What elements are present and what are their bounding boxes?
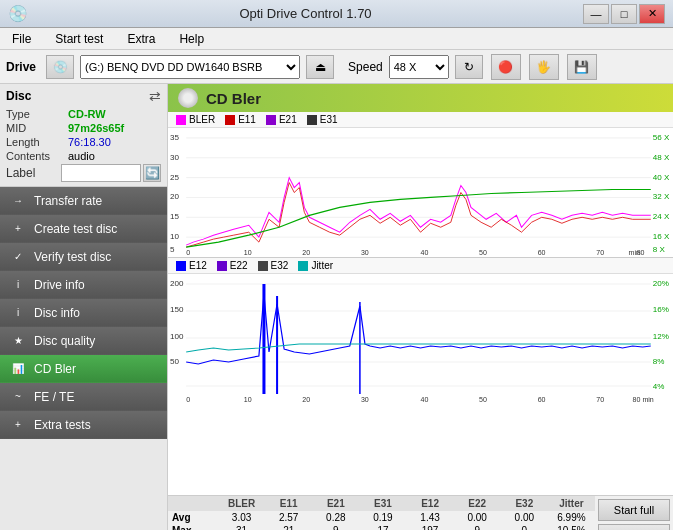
legend-e11: E11	[225, 114, 256, 125]
sidebar-item-disc-info[interactable]: i Disc info	[0, 299, 167, 327]
svg-text:10: 10	[244, 396, 252, 403]
svg-text:20%: 20%	[653, 279, 669, 288]
svg-text:60: 60	[538, 249, 546, 256]
fe-te-icon: ~	[10, 389, 26, 405]
stats-avg-bler: 3.03	[218, 512, 265, 523]
settings-button1[interactable]: 🔴	[491, 54, 521, 80]
start-full-button[interactable]: Start full	[598, 499, 670, 521]
e11-label: E11	[238, 114, 256, 125]
drive-select[interactable]: (G:) BENQ DVD DD DW1640 BSRB	[80, 55, 300, 79]
sidebar-item-fe-te[interactable]: ~ FE / TE	[0, 383, 167, 411]
svg-text:35: 35	[170, 133, 180, 142]
bler-label: BLER	[189, 114, 215, 125]
stats-row-with-buttons: BLER E11 E21 E31 E12 E22 E32 Jitter Avg …	[168, 496, 673, 530]
sidebar-item-extra-tests[interactable]: + Extra tests	[0, 411, 167, 439]
svg-text:80 min: 80 min	[633, 396, 654, 403]
stats-max-e21: 9	[312, 525, 359, 530]
svg-text:5: 5	[170, 245, 175, 254]
sidebar-item-drive-info[interactable]: i Drive info	[0, 271, 167, 299]
chart-header: CD Bler	[168, 84, 673, 112]
e32-color-dot	[258, 261, 268, 271]
stats-max-e12: 197	[407, 525, 454, 530]
drive-icon-btn[interactable]: 💿	[46, 55, 74, 79]
eject-button[interactable]: ⏏	[306, 55, 334, 79]
sidebar-item-disc-quality[interactable]: ★ Disc quality	[0, 327, 167, 355]
sidebar-item-create-test-disc[interactable]: + Create test disc	[0, 215, 167, 243]
legend-e21: E21	[266, 114, 297, 125]
svg-text:16 X: 16 X	[653, 232, 670, 241]
stats-section: BLER E11 E21 E31 E12 E22 E32 Jitter Avg …	[168, 495, 673, 530]
bottom-chart-svg: 200 150 100 50 20% 16% 12% 8% 4%	[168, 274, 673, 404]
svg-text:20: 20	[302, 249, 310, 256]
svg-text:50: 50	[479, 396, 487, 403]
svg-text:48 X: 48 X	[653, 153, 670, 162]
disc-quality-icon: ★	[10, 333, 26, 349]
svg-text:20: 20	[170, 193, 180, 202]
drivebar: Drive 💿 (G:) BENQ DVD DD DW1640 BSRB ⏏ S…	[0, 50, 673, 84]
stats-header-e21: E21	[312, 498, 359, 509]
minimize-button[interactable]: —	[583, 4, 609, 24]
legend-e22: E22	[217, 260, 248, 271]
nav-label-disc-info: Disc info	[34, 306, 80, 320]
jitter-color-dot	[298, 261, 308, 271]
disc-label-input[interactable]	[61, 164, 141, 182]
svg-text:min: min	[629, 249, 640, 256]
legend-e12: E12	[176, 260, 207, 271]
settings-button2[interactable]: 🖐	[529, 54, 559, 80]
svg-text:30: 30	[170, 153, 180, 162]
e11-color-dot	[225, 115, 235, 125]
verify-test-disc-icon: ✓	[10, 249, 26, 265]
stats-header-e32: E32	[501, 498, 548, 509]
stats-max-row: Max 31 21 9 17 197 9 0 10.5%	[168, 524, 595, 530]
stats-avg-e22: 0.00	[454, 512, 501, 523]
transfer-rate-icon: →	[10, 193, 26, 209]
menu-help[interactable]: Help	[171, 30, 212, 48]
create-test-disc-icon: +	[10, 221, 26, 237]
legend-e32: E32	[258, 260, 289, 271]
sidebar-item-transfer-rate[interactable]: → Transfer rate	[0, 187, 167, 215]
speed-label: Speed	[348, 60, 383, 74]
save-button[interactable]: 💾	[567, 54, 597, 80]
svg-text:40 X: 40 X	[653, 173, 670, 182]
stats-avg-e32: 0.00	[501, 512, 548, 523]
svg-text:10: 10	[170, 232, 180, 241]
disc-label-edit-btn[interactable]: 🔄	[143, 164, 161, 182]
svg-text:8 X: 8 X	[653, 245, 666, 254]
app-title: Opti Drive Control 1.70	[28, 6, 583, 21]
stats-empty-header	[168, 498, 218, 509]
sidebar-item-verify-test-disc[interactable]: ✓ Verify test disc	[0, 243, 167, 271]
disc-panel-arrow[interactable]: ⇄	[149, 88, 161, 104]
refresh-button[interactable]: ↻	[455, 55, 483, 79]
svg-text:0: 0	[186, 396, 190, 403]
close-button[interactable]: ✕	[639, 4, 665, 24]
jitter-label: Jitter	[311, 260, 333, 271]
menu-start-test[interactable]: Start test	[47, 30, 111, 48]
cd-bler-icon: 📊	[10, 361, 26, 377]
top-chart-container: 35 30 25 20 15 10 5 56 X 48 X 40 X 32 X …	[168, 128, 673, 258]
legend-e31: E31	[307, 114, 338, 125]
disc-panel: Disc ⇄ Type CD-RW MID 97m26s65f Length 7…	[0, 84, 167, 187]
svg-text:30: 30	[361, 396, 369, 403]
disc-contents-value: audio	[68, 150, 95, 162]
maximize-button[interactable]: □	[611, 4, 637, 24]
e12-label: E12	[189, 260, 207, 271]
speed-select[interactable]: 48 X	[389, 55, 449, 79]
e12-color-dot	[176, 261, 186, 271]
svg-text:12%: 12%	[653, 332, 669, 341]
menu-file[interactable]: File	[4, 30, 39, 48]
svg-text:40: 40	[421, 249, 429, 256]
bler-color-dot	[176, 115, 186, 125]
nav-label-verify-test-disc: Verify test disc	[34, 250, 111, 264]
nav-label-cd-bler: CD Bler	[34, 362, 76, 376]
drive-info-icon: i	[10, 277, 26, 293]
svg-text:25: 25	[170, 173, 180, 182]
menu-extra[interactable]: Extra	[119, 30, 163, 48]
stats-header-e12: E12	[407, 498, 454, 509]
start-part-button[interactable]: Start part	[598, 524, 670, 530]
sidebar-item-cd-bler[interactable]: 📊 CD Bler	[0, 355, 167, 383]
svg-text:8%: 8%	[653, 357, 665, 366]
nav-label-extra-tests: Extra tests	[34, 418, 91, 432]
nav-label-fe-te: FE / TE	[34, 390, 74, 404]
svg-text:32 X: 32 X	[653, 193, 670, 202]
disc-info-icon: i	[10, 305, 26, 321]
